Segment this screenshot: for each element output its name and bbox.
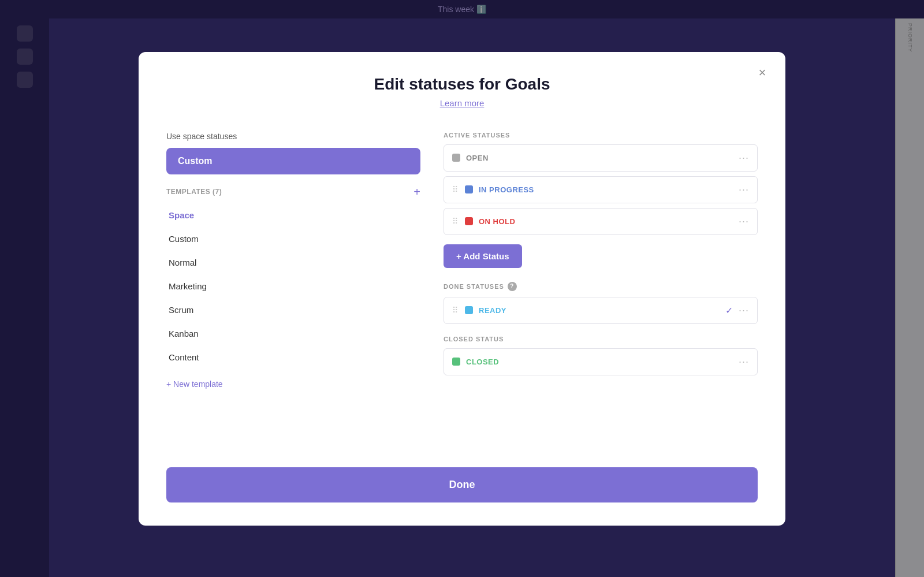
status-name-closed: CLOSED [466, 358, 733, 366]
use-space-label: Use space statuses [166, 132, 420, 141]
templates-label: TEMPLATES (7) [166, 188, 222, 196]
status-dot-ready [465, 306, 473, 314]
template-item-content[interactable]: Content [166, 347, 420, 368]
status-check-ready: ✓ [725, 305, 733, 316]
status-name-inprogress: IN PROGRESS [479, 185, 733, 194]
templates-add-button[interactable]: + [413, 186, 420, 198]
modal-header: Edit statuses for Goals Learn more [166, 75, 758, 109]
left-panel: Use space statuses Custom TEMPLATES (7) … [166, 132, 420, 449]
template-item-normal[interactable]: Normal [166, 252, 420, 273]
status-dot-inprogress [465, 185, 473, 193]
templates-row: TEMPLATES (7) + [166, 184, 420, 204]
modal-dialog: × Edit statuses for Goals Learn more Use… [139, 52, 785, 526]
drag-handle-inprogress[interactable]: ⠿ [452, 185, 458, 194]
status-menu-inprogress[interactable]: ··· [739, 184, 749, 196]
status-menu-ready[interactable]: ··· [739, 304, 749, 317]
status-dot-open [452, 154, 460, 162]
modal-body: Use space statuses Custom TEMPLATES (7) … [166, 132, 758, 449]
status-name-ready: READY [479, 306, 720, 315]
template-item-marketing[interactable]: Marketing [166, 276, 420, 297]
status-row-ready: ⠿ READY ✓ ··· [444, 297, 758, 324]
status-name-onhold: ON HOLD [479, 217, 733, 226]
status-row-open: OPEN ··· [444, 144, 758, 172]
statuses-panel: ACTIVE STATUSES OPEN ··· ⠿ IN PROGRESS ·… [444, 132, 758, 449]
closed-status-label: CLOSED STATUS [444, 336, 758, 343]
status-menu-closed[interactable]: ··· [739, 356, 749, 368]
done-statuses-label: DONE STATUSES ? [444, 282, 758, 291]
template-item-scrum[interactable]: Scrum [166, 299, 420, 321]
status-row-onhold: ⠿ ON HOLD ··· [444, 208, 758, 235]
done-button[interactable]: Done [166, 467, 758, 502]
drag-handle-onhold[interactable]: ⠿ [452, 217, 458, 226]
template-item-space[interactable]: Space [166, 204, 420, 226]
status-menu-onhold[interactable]: ··· [739, 215, 749, 228]
new-template-link[interactable]: + New template [166, 379, 223, 389]
close-button[interactable]: × [753, 64, 772, 82]
active-statuses-label: ACTIVE STATUSES [444, 132, 758, 139]
modal-title: Edit statuses for Goals [166, 75, 758, 94]
status-row-closed: CLOSED ··· [444, 348, 758, 375]
add-status-button[interactable]: + Add Status [444, 244, 522, 268]
learn-more-link[interactable]: Learn more [440, 98, 485, 108]
status-row-inprogress: ⠿ IN PROGRESS ··· [444, 176, 758, 203]
status-name-open: OPEN [466, 154, 733, 162]
closed-status-section: CLOSED STATUS CLOSED ··· [444, 336, 758, 375]
template-list: Space Custom Normal Marketing Scrum Kanb… [166, 204, 420, 368]
custom-selected-option[interactable]: Custom [166, 148, 420, 174]
template-item-custom[interactable]: Custom [166, 228, 420, 250]
status-menu-open[interactable]: ··· [739, 152, 749, 164]
done-statuses-help-icon[interactable]: ? [508, 282, 517, 291]
template-item-kanban[interactable]: Kanban [166, 323, 420, 344]
modal-overlay: × Edit statuses for Goals Learn more Use… [0, 0, 924, 577]
drag-handle-ready[interactable]: ⠿ [452, 306, 458, 315]
status-dot-closed [452, 358, 460, 366]
status-dot-onhold [465, 217, 473, 225]
